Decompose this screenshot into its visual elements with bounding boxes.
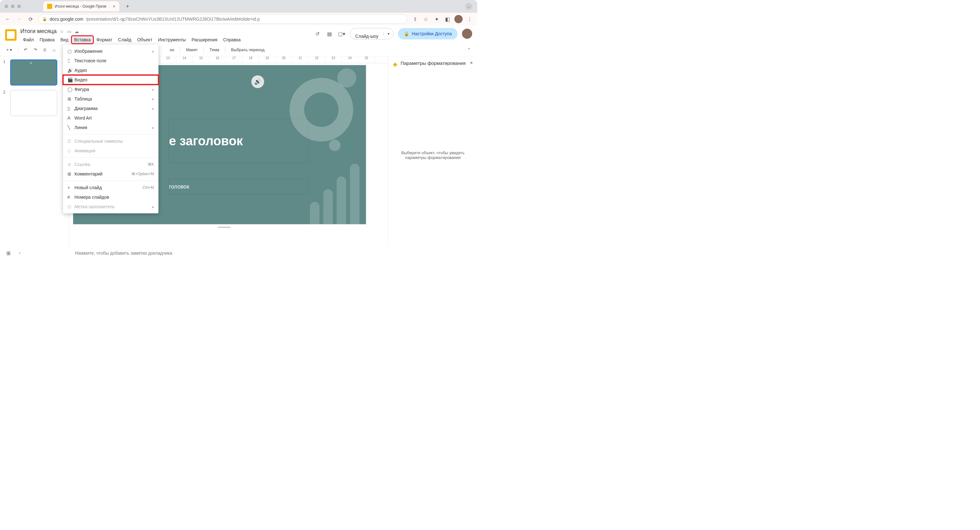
placeholder-icon: ⊡ [67, 204, 75, 209]
url-input[interactable]: 🔒 docs.google.com/presentation/d/1-qp78z… [38, 14, 407, 24]
close-panel-button[interactable]: × [470, 60, 473, 66]
subtitle-placeholder[interactable]: головок [169, 179, 309, 194]
address-bar: ← → ⟳ 🔒 docs.google.com/presentation/d/1… [0, 13, 477, 25]
menu-edit[interactable]: Правка [37, 36, 57, 44]
tab-title: Итоги месяца - Google Презе [55, 4, 107, 9]
layout-button[interactable]: Макет [184, 46, 200, 53]
url-path: /presentation/d/1-qp78zwChWsYUs3B1SUnl12… [86, 16, 260, 22]
audio-icon[interactable]: 🔊 [251, 75, 264, 88]
new-slide-button[interactable]: + ▾ [5, 46, 14, 53]
print-button[interactable]: ⎙ [42, 46, 48, 53]
window-controls[interactable] [5, 5, 21, 8]
reload-button[interactable]: ⟳ [27, 15, 34, 23]
separator [225, 47, 225, 53]
browser-tab[interactable]: Итоги месяца - Google Презе × [43, 1, 119, 11]
lock-icon: 🔒 [42, 17, 47, 21]
menu-item-audio[interactable]: 🔊Аудио [63, 65, 159, 75]
share-label: Настройки Доступа [412, 31, 452, 36]
menu-insert[interactable]: Вставка [72, 36, 93, 44]
menu-item-chart[interactable]: ▯Диаграмма▸ [63, 104, 159, 113]
forward-button: → [15, 15, 23, 23]
expand-icon[interactable]: ‹ [19, 251, 21, 255]
menu-item-new-slide[interactable]: +Новый слайдCtrl+M [63, 183, 159, 192]
slides-logo-icon[interactable] [5, 29, 16, 41]
back-button[interactable]: ← [4, 15, 11, 23]
link-icon: ⊘ [67, 162, 75, 167]
chevron-down-icon[interactable]: ⌄ [465, 3, 472, 10]
title-placeholder[interactable]: е заголовок [169, 119, 309, 163]
extensions-icon[interactable]: ✦ [433, 15, 441, 23]
grid-view-icon[interactable]: ⊞ [6, 250, 11, 256]
separator [63, 157, 159, 158]
minimize-window-icon[interactable] [11, 5, 14, 8]
star-icon[interactable]: ☆ [60, 29, 64, 34]
menu-extensions[interactable]: Расширения [189, 36, 220, 44]
menu-item-line[interactable]: ╲Линия▸ [63, 123, 159, 132]
chart-icon: ▯ [67, 106, 75, 111]
decor-bars-icon [310, 164, 360, 224]
new-tab-button[interactable]: + [123, 2, 132, 11]
account-avatar[interactable] [462, 29, 472, 39]
sidepanel-icon[interactable]: ◧ [444, 15, 451, 23]
theme-button[interactable]: Тема [207, 46, 221, 53]
document-title[interactable]: Итоги месяца [21, 28, 57, 35]
move-icon[interactable]: ▭ [67, 29, 71, 34]
menu-format[interactable]: Формат [94, 36, 115, 44]
notes-placeholder: Нажмите, чтобы добавить заметки докладчи… [75, 251, 172, 255]
kebab-icon[interactable]: ⋮ [466, 15, 474, 23]
profile-avatar[interactable] [454, 15, 463, 23]
video-call-icon[interactable]: ▢▾ [338, 30, 345, 38]
redo-button[interactable]: ↷ [32, 46, 39, 53]
menu-help[interactable]: Справка [221, 36, 243, 44]
history-icon[interactable]: ↺ [314, 30, 321, 38]
slideshow-dropdown[interactable]: ▼ [383, 32, 393, 36]
comments-icon[interactable]: ▤ [326, 30, 334, 38]
paint-format-button[interactable]: ⌓ [51, 46, 57, 54]
transition-button[interactable]: Выбрать переход [229, 46, 266, 53]
menu-item-video[interactable]: 🎬Видео [63, 75, 159, 84]
slide-thumbnail[interactable] [10, 59, 57, 86]
menu-view[interactable]: Вид [58, 36, 71, 44]
format-panel-title: Параметры форматирования [401, 60, 466, 67]
background-button[interactable]: он [168, 46, 176, 53]
url-host: docs.google.com [49, 16, 83, 22]
menu-item-textbox[interactable]: ⌶Текстовое поле [63, 56, 159, 65]
slideshow-button[interactable]: Слайд-шоу ▼ [350, 28, 394, 40]
textbox-icon: ⌶ [67, 58, 75, 63]
format-panel-icon: ◆ [393, 61, 398, 68]
cloud-icon[interactable]: ☁ [75, 29, 79, 34]
share-button[interactable]: 🔒 Настройки Доступа [398, 28, 458, 40]
close-window-icon[interactable] [5, 5, 8, 8]
menu-item-image[interactable]: ▢Изображение▸ [63, 46, 159, 56]
menu-tools[interactable]: Инструменты [156, 36, 188, 44]
close-tab-icon[interactable]: × [113, 4, 116, 9]
separator [180, 47, 180, 53]
menu-item-shape[interactable]: ◯Фигура▸ [63, 84, 159, 94]
share-icon[interactable]: ⇪ [411, 15, 419, 23]
speaker-notes[interactable]: ⊞ ‹ Нажмите, чтобы добавить заметки докл… [0, 248, 477, 258]
menu-slide[interactable]: Слайд [116, 36, 134, 44]
menu-item-wordart[interactable]: AWord Art [63, 113, 159, 123]
star-icon[interactable]: ☆ [422, 15, 430, 23]
omega-icon: Ω [67, 139, 75, 144]
menu-item-slide-numbers[interactable]: #Номера слайдов [63, 192, 159, 202]
menu-item-comment[interactable]: ⊞Комментарий⌘+Option+M [63, 169, 159, 179]
collapse-toolbar-button[interactable]: ⌃ [466, 46, 473, 53]
menu-file[interactable]: Файл [21, 36, 36, 44]
video-icon: 🎬 [67, 77, 75, 83]
comment-icon: ⊞ [67, 171, 75, 176]
slide-thumbnail[interactable] [10, 90, 57, 116]
slide-number: 1 [3, 59, 8, 86]
decor-dot-icon [337, 68, 356, 87]
maximize-window-icon[interactable] [17, 5, 21, 8]
undo-button[interactable]: ↶ [22, 46, 29, 53]
wordart-icon: A [67, 116, 75, 121]
notes-drag-handle[interactable] [218, 227, 231, 228]
menu-object[interactable]: Объект [135, 36, 155, 44]
separator [63, 181, 159, 181]
menu-item-table[interactable]: ⊞Таблица▸ [63, 94, 159, 104]
format-panel-empty: Выберите объект, чтобы увидеть параметры… [393, 151, 473, 160]
browser-tabstrip: Итоги месяца - Google Презе × + ⌄ [0, 0, 477, 13]
menu-item-special-chars: ΩСпециальные символы [63, 136, 159, 146]
filmstrip: 1 2 [0, 56, 60, 248]
